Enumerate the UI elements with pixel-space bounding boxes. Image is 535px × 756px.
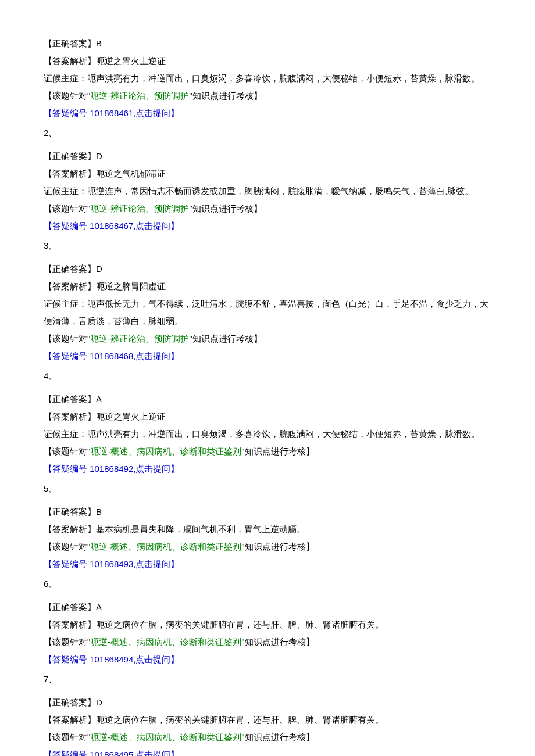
question-number: 2、 — [44, 124, 491, 142]
topic-line: 【该题针对"呃逆-概述、病因病机、诊断和类证鉴别"知识点进行考核】 — [44, 443, 491, 460]
answer-block: 【正确答案】D【答案解析】呃逆之病位在膈，病变的关键脏腑在胃，还与肝、脾、肺、肾… — [44, 694, 491, 756]
symptom-text: 证候主症：呃声低长无力，气不得续，泛吐清水，脘腹不舒，喜温喜按，面色（白光）白，… — [44, 295, 491, 330]
topic-suffix: "知识点进行考核】 — [189, 334, 262, 343]
topic-line: 【该题针对"呃逆-辨证论治、预防调护"知识点进行考核】 — [44, 200, 491, 217]
question-number: 5、 — [44, 480, 491, 497]
answer-block: 【正确答案】B【答案解析】呃逆之胃火上逆证证候主症：呃声洪亮有力，冲逆而出，口臭… — [44, 35, 491, 122]
correct-answer: 【正确答案】A — [44, 599, 491, 616]
correct-answer: 【正确答案】B — [44, 503, 491, 521]
topic-keyword: 呃逆-概述、病因病机、诊断和类证鉴别 — [90, 637, 241, 647]
topic-prefix: 【该题针对" — [44, 91, 90, 101]
topic-prefix: 【该题针对" — [44, 334, 90, 343]
analysis-head: 【答案解析】呃逆之病位在膈，病变的关键脏腑在胃，还与肝、脾、肺、肾诸脏腑有关。 — [44, 711, 491, 729]
topic-keyword: 呃逆-辨证论治、预防调护 — [90, 334, 189, 343]
correct-answer: 【正确答案】D — [44, 694, 491, 711]
answer-block: 【正确答案】D【答案解析】呃逆之气机郁滞证证候主症：呃逆连声，常因情志不畅而诱发… — [44, 148, 491, 235]
topic-suffix: "知识点进行考核】 — [241, 637, 314, 647]
correct-answer: 【正确答案】D — [44, 260, 491, 278]
question-number: 7、 — [44, 671, 491, 688]
answer-block: 【正确答案】A【答案解析】呃逆之胃火上逆证证候主症：呃声洪亮有力，冲逆而出，口臭… — [44, 390, 491, 478]
topic-line: 【该题针对"呃逆-概述、病因病机、诊断和类证鉴别"知识点进行考核】 — [44, 633, 491, 651]
question-number: 6、 — [44, 575, 491, 593]
question-link[interactable]: 【答疑编号 101868495,点击提问】 — [44, 746, 491, 756]
analysis-head: 【答案解析】呃逆之病位在膈，病变的关键脏腑在胃，还与肝、脾、肺、肾诸脏腑有关。 — [44, 616, 491, 633]
question-link[interactable]: 【答疑编号 101868468,点击提问】 — [44, 347, 491, 365]
topic-suffix: "知识点进行考核】 — [241, 542, 314, 551]
question-link[interactable]: 【答疑编号 101868467,点击提问】 — [44, 217, 491, 235]
answer-block: 【正确答案】A【答案解析】呃逆之病位在膈，病变的关键脏腑在胃，还与肝、脾、肺、肾… — [44, 599, 491, 668]
document-body: 【正确答案】B【答案解析】呃逆之胃火上逆证证候主症：呃声洪亮有力，冲逆而出，口臭… — [44, 35, 491, 756]
topic-keyword: 呃逆-辨证论治、预防调护 — [90, 203, 189, 213]
topic-suffix: "知识点进行考核】 — [241, 446, 314, 456]
topic-line: 【该题针对"呃逆-辨证论治、预防调护"知识点进行考核】 — [44, 330, 491, 347]
correct-answer: 【正确答案】D — [44, 148, 491, 165]
analysis-head: 【答案解析】呃逆之胃火上逆证 — [44, 52, 491, 70]
symptom-text: 证候主症：呃声洪亮有力，冲逆而出，口臭烦渴，多喜冷饮，脘腹满闷，大便秘结，小便短… — [44, 425, 491, 443]
topic-prefix: 【该题针对" — [44, 446, 90, 456]
topic-suffix: "知识点进行考核】 — [241, 732, 314, 742]
question-link[interactable]: 【答疑编号 101868461,点击提问】 — [44, 105, 491, 122]
analysis-head: 【答案解析】呃逆之脾胃阳虚证 — [44, 278, 491, 295]
answer-block: 【正确答案】D【答案解析】呃逆之脾胃阳虚证证候主症：呃声低长无力，气不得续，泛吐… — [44, 260, 491, 365]
topic-line: 【该题针对"呃逆-辨证论治、预防调护"知识点进行考核】 — [44, 87, 491, 105]
question-number: 3、 — [44, 237, 491, 255]
topic-keyword: 呃逆-辨证论治、预防调护 — [90, 91, 189, 101]
topic-suffix: "知识点进行考核】 — [189, 91, 262, 101]
topic-prefix: 【该题针对" — [44, 732, 90, 742]
topic-prefix: 【该题针对" — [44, 637, 90, 647]
topic-line: 【该题针对"呃逆-概述、病因病机、诊断和类证鉴别"知识点进行考核】 — [44, 729, 491, 746]
correct-answer: 【正确答案】B — [44, 35, 491, 52]
topic-keyword: 呃逆-概述、病因病机、诊断和类证鉴别 — [90, 542, 241, 551]
symptom-text: 证候主症：呃逆连声，常因情志不畅而诱发或加重，胸胁满闷，脘腹胀满，嗳气纳减，肠鸣… — [44, 182, 491, 200]
topic-prefix: 【该题针对" — [44, 542, 90, 551]
question-link[interactable]: 【答疑编号 101868494,点击提问】 — [44, 651, 491, 668]
answer-block: 【正确答案】B【答案解析】基本病机是胃失和降，膈间气机不利，胃气上逆动膈。【该题… — [44, 503, 491, 573]
question-number: 4、 — [44, 367, 491, 385]
topic-prefix: 【该题针对" — [44, 203, 90, 213]
analysis-head: 【答案解析】呃逆之胃火上逆证 — [44, 408, 491, 425]
analysis-head: 【答案解析】呃逆之气机郁滞证 — [44, 165, 491, 182]
question-link[interactable]: 【答疑编号 101868493,点击提问】 — [44, 556, 491, 573]
topic-keyword: 呃逆-概述、病因病机、诊断和类证鉴别 — [90, 732, 241, 742]
topic-suffix: "知识点进行考核】 — [189, 203, 262, 213]
topic-keyword: 呃逆-概述、病因病机、诊断和类证鉴别 — [90, 446, 241, 456]
analysis-head: 【答案解析】基本病机是胃失和降，膈间气机不利，胃气上逆动膈。 — [44, 521, 491, 538]
correct-answer: 【正确答案】A — [44, 390, 491, 408]
symptom-text: 证候主症：呃声洪亮有力，冲逆而出，口臭烦渴，多喜冷饮，脘腹满闷，大便秘结，小便短… — [44, 70, 491, 87]
topic-line: 【该题针对"呃逆-概述、病因病机、诊断和类证鉴别"知识点进行考核】 — [44, 538, 491, 556]
question-link[interactable]: 【答疑编号 101868492,点击提问】 — [44, 460, 491, 478]
